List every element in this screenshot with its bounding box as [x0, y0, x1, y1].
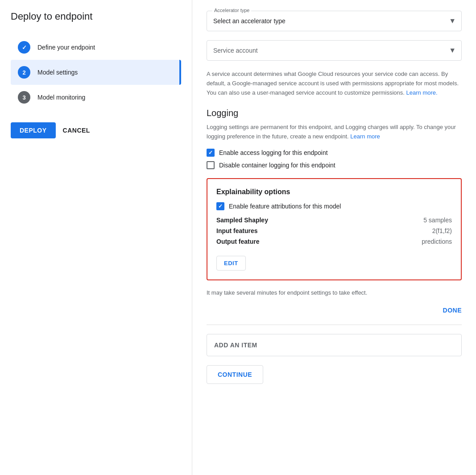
- step-2-number: 2: [22, 69, 25, 76]
- sampled-shapley-value: 5 samples: [423, 217, 452, 224]
- checkmark-icon: ✓: [22, 44, 27, 51]
- access-logging-checkbox[interactable]: ✓: [207, 149, 215, 157]
- accelerator-type-field: Accelerator type Select an accelerator t…: [207, 11, 462, 31]
- service-account-select[interactable]: [207, 41, 461, 60]
- add-item-button[interactable]: ADD AN ITEM: [207, 334, 462, 356]
- done-link[interactable]: DONE: [443, 307, 462, 314]
- deploy-button[interactable]: DEPLOY: [11, 122, 56, 138]
- service-account-field: ▼ Service account: [207, 40, 462, 61]
- section-divider: [207, 325, 462, 325]
- edit-button[interactable]: EDIT: [216, 256, 246, 271]
- sidebar-actions: DEPLOY CANCEL: [11, 122, 181, 138]
- bottom-note: It may take several minutes for endpoint…: [207, 289, 462, 296]
- bottom-actions: CONTINUE: [207, 365, 462, 402]
- done-link-container: DONE: [207, 307, 462, 314]
- accelerator-type-label: Accelerator type: [212, 8, 251, 13]
- step-model-settings[interactable]: 2 Model settings: [11, 60, 181, 85]
- sampled-shapley-row: Sampled Shapley 5 samples: [216, 217, 452, 224]
- continue-button[interactable]: CONTINUE: [207, 365, 263, 384]
- input-features-value: 2(f1,f2): [432, 227, 452, 234]
- service-account-learn-more-link[interactable]: Learn more.: [406, 89, 438, 96]
- explainability-options-box: Explainability options ✓ Enable feature …: [207, 178, 462, 280]
- container-logging-label: Disable container logging for this endpo…: [219, 162, 335, 169]
- page-title: Deploy to endpoint: [11, 11, 181, 22]
- input-features-row: Input features 2(f1,f2): [216, 227, 452, 234]
- step-2-label: Model settings: [37, 69, 78, 76]
- logging-description: Logging settings are permanent for this …: [207, 123, 462, 142]
- output-feature-key: Output feature: [216, 238, 259, 245]
- step-define-endpoint[interactable]: ✓ Define your endpoint: [11, 35, 181, 60]
- feature-attributions-label: Enable feature attributions for this mod…: [229, 203, 341, 210]
- access-logging-check: ✓: [208, 150, 213, 156]
- step-1-label: Define your endpoint: [37, 44, 95, 51]
- output-feature-value: predictions: [422, 238, 452, 245]
- service-account-info: A service account determines what Google…: [207, 70, 462, 97]
- logging-learn-more-link[interactable]: Learn more: [350, 133, 380, 140]
- step-3-label: Model monitoring: [37, 94, 85, 101]
- logging-title: Logging: [207, 108, 462, 118]
- step-3-number: 3: [22, 94, 25, 101]
- step-3-icon: 3: [18, 91, 30, 104]
- accelerator-type-select[interactable]: Select an accelerator type: [207, 11, 461, 31]
- feature-attributions-check: ✓: [218, 203, 223, 209]
- container-logging-row: Disable container logging for this endpo…: [207, 161, 462, 169]
- container-logging-checkbox[interactable]: [207, 161, 215, 169]
- step-model-monitoring[interactable]: 3 Model monitoring: [11, 85, 181, 110]
- step-2-icon: 2: [18, 66, 30, 79]
- main-content: Accelerator type Select an accelerator t…: [192, 0, 476, 475]
- input-features-key: Input features: [216, 227, 258, 234]
- output-feature-row: Output feature predictions: [216, 238, 452, 245]
- explainability-title: Explainability options: [216, 188, 452, 196]
- sampled-shapley-key: Sampled Shapley: [216, 217, 268, 224]
- feature-attributions-checkbox[interactable]: ✓: [216, 202, 224, 210]
- access-logging-row: ✓ Enable access logging for this endpoin…: [207, 149, 462, 157]
- sidebar: Deploy to endpoint ✓ Define your endpoin…: [0, 0, 192, 475]
- step-1-icon: ✓: [18, 41, 30, 54]
- feature-attributions-row: ✓ Enable feature attributions for this m…: [216, 202, 452, 210]
- access-logging-label: Enable access logging for this endpoint: [219, 149, 328, 156]
- cancel-button[interactable]: CANCEL: [63, 127, 90, 134]
